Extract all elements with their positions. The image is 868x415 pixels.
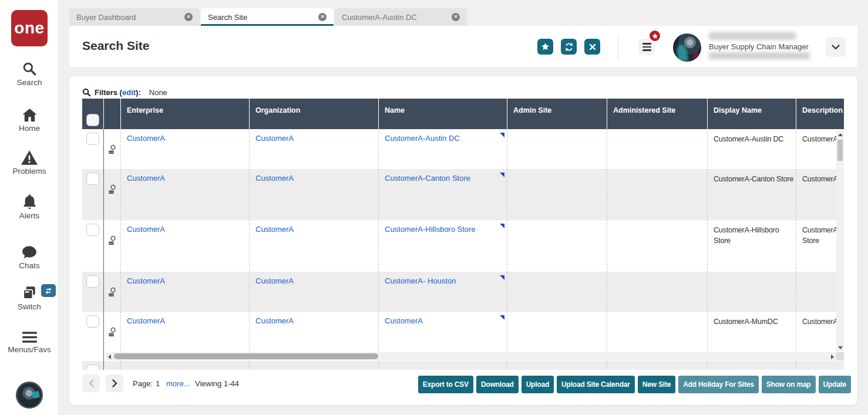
tab-customera-austin-dc[interactable]: CustomerA-Austin DC✕	[335, 8, 467, 26]
header-divider	[618, 34, 618, 60]
close-page-button[interactable]	[584, 39, 600, 55]
row-checkbox[interactable]	[86, 275, 99, 288]
tab-close-icon[interactable]: ✕	[184, 13, 193, 21]
site-name-link[interactable]: CustomerA	[385, 316, 423, 325]
tab-search-site[interactable]: Search Site✕	[201, 8, 334, 26]
site-icon[interactable]	[107, 144, 116, 156]
organization-link[interactable]: CustomerA	[255, 316, 294, 325]
administered-site-cell	[607, 220, 708, 272]
upload-button[interactable]: Upload	[522, 376, 554, 393]
table-row: CustomerACustomerACustomerA-Hillsboro St…	[82, 220, 844, 272]
filters-edit-link[interactable]: edit	[122, 88, 136, 97]
sidebar-item-search[interactable]: Search	[0, 61, 59, 87]
context-menu-triangle[interactable]	[500, 224, 504, 228]
sidebar-item-label: Switch	[0, 302, 59, 311]
data-table: EnterpriseOrganizationNameAdmin SiteAdmi…	[82, 99, 844, 370]
site-icon[interactable]	[107, 184, 116, 196]
column-header-organization[interactable]: Organization	[250, 99, 379, 129]
vertical-scrollbar[interactable]	[836, 130, 844, 352]
warning-icon	[0, 150, 59, 165]
sidebar-item-menus-favs[interactable]: Menus/Favs	[0, 331, 59, 354]
tab-close-icon[interactable]: ✕	[452, 13, 460, 21]
organization-link[interactable]: CustomerA	[255, 134, 294, 143]
download-button[interactable]: Download	[476, 376, 519, 393]
organization-link[interactable]: CustomerA	[255, 225, 294, 234]
enterprise-link[interactable]: CustomerA	[127, 174, 165, 183]
bell-icon	[0, 194, 59, 210]
scroll-left-arrow[interactable]	[108, 355, 111, 359]
scrollbar-corner	[836, 352, 844, 360]
show-on-map-button[interactable]: Show on map	[762, 376, 816, 393]
description-cell: CustomerA-	[802, 175, 840, 183]
enterprise-link[interactable]: CustomerA	[127, 276, 165, 285]
context-menu-triangle[interactable]	[500, 275, 504, 280]
tab-buyer-dashboard[interactable]: Buyer Dashboard✕	[69, 8, 200, 26]
site-name-link[interactable]: CustomerA-Hillsboro Store	[385, 225, 476, 234]
more-pages-link[interactable]: more...	[166, 379, 190, 388]
update-button[interactable]: Update	[819, 376, 851, 393]
organization-link[interactable]: CustomerA	[255, 174, 294, 183]
sidebar-item-chats[interactable]: Chats	[0, 245, 59, 270]
row-checkbox[interactable]	[86, 173, 99, 185]
context-menu-triangle[interactable]	[500, 133, 504, 137]
row-checkbox[interactable]	[86, 315, 99, 328]
select-all-checkbox[interactable]	[86, 114, 99, 126]
administered-site-cell	[607, 169, 708, 220]
upload-site-calendar-button[interactable]: Upload Site Calendar	[557, 376, 635, 393]
site-icon[interactable]	[107, 287, 116, 299]
sidebar-item-label: Alerts	[0, 211, 59, 220]
horizontal-scrollbar[interactable]	[106, 352, 836, 360]
site-icon[interactable]	[107, 327, 116, 339]
scroll-up-arrow[interactable]	[838, 133, 843, 136]
scroll-down-arrow[interactable]	[838, 346, 843, 349]
site-name-link[interactable]: CustomerA- Houston	[385, 276, 456, 285]
vertical-scroll-thumb[interactable]	[837, 140, 843, 161]
favorite-button[interactable]	[537, 39, 553, 55]
enterprise-link[interactable]: CustomerA	[127, 225, 165, 234]
display-name-cell: CustomerA-Austin DC	[714, 135, 783, 143]
sidebar-avatar[interactable]	[16, 382, 43, 409]
administered-site-cell	[607, 129, 708, 169]
icon-header-cell	[104, 99, 121, 129]
site-name-link[interactable]: CustomerA-Canton Store	[385, 174, 470, 183]
column-header-admin-site[interactable]: Admin Site	[507, 99, 607, 129]
new-site-button[interactable]: New Site	[638, 376, 675, 393]
sidebar-item-home[interactable]: Home	[0, 108, 59, 133]
sidebar-item-label: Menus/Favs	[0, 345, 59, 354]
sidebar-item-alerts[interactable]: Alerts	[0, 194, 59, 220]
user-menu-button[interactable]	[826, 37, 846, 57]
site-name-link[interactable]: CustomerA-Austin DC	[385, 134, 460, 143]
notification-badge[interactable]	[648, 29, 661, 42]
column-header-enterprise[interactable]: Enterprise	[121, 99, 250, 129]
content-panel: Filters (edit): None EnterpriseOrganizat…	[69, 76, 857, 405]
column-header-display-name[interactable]: Display Name	[708, 99, 796, 129]
column-header-name[interactable]: Name	[379, 99, 507, 129]
tab-close-icon[interactable]: ✕	[318, 13, 327, 21]
context-menu-triangle[interactable]	[500, 173, 504, 177]
row-checkbox[interactable]	[86, 224, 99, 236]
user-avatar[interactable]	[673, 33, 701, 62]
enterprise-link[interactable]: CustomerA	[127, 316, 165, 325]
horizontal-scroll-thumb[interactable]	[114, 353, 378, 359]
enterprise-link[interactable]: CustomerA	[127, 134, 165, 143]
scroll-right-arrow[interactable]	[831, 355, 834, 359]
add-holiday-for-sites-button[interactable]: Add Holiday For Sites	[678, 376, 758, 393]
refresh-button[interactable]	[561, 39, 577, 55]
sidebar-item-switch[interactable]: Switch	[0, 285, 59, 311]
sidebar-item-label: Problems	[0, 167, 59, 176]
page-number: 1	[156, 379, 160, 388]
refresh-icon	[564, 42, 574, 52]
export-to-csv-button[interactable]: Export to CSV	[418, 376, 473, 393]
site-icon[interactable]	[107, 235, 116, 247]
organization-link[interactable]: CustomerA	[255, 276, 294, 285]
prev-page-button[interactable]	[82, 374, 100, 392]
row-checkbox[interactable]	[86, 133, 99, 145]
column-header-administered-site[interactable]: Administered Site	[607, 99, 708, 129]
context-menu-triangle[interactable]	[500, 315, 504, 320]
column-header-description[interactable]: Description	[796, 99, 844, 129]
switch-badge[interactable]	[41, 284, 56, 297]
next-page-button[interactable]	[106, 374, 123, 392]
sidebar-item-problems[interactable]: Problems	[0, 150, 59, 176]
row-checkbox[interactable]	[86, 365, 99, 370]
one-logo[interactable]: one	[11, 10, 48, 46]
